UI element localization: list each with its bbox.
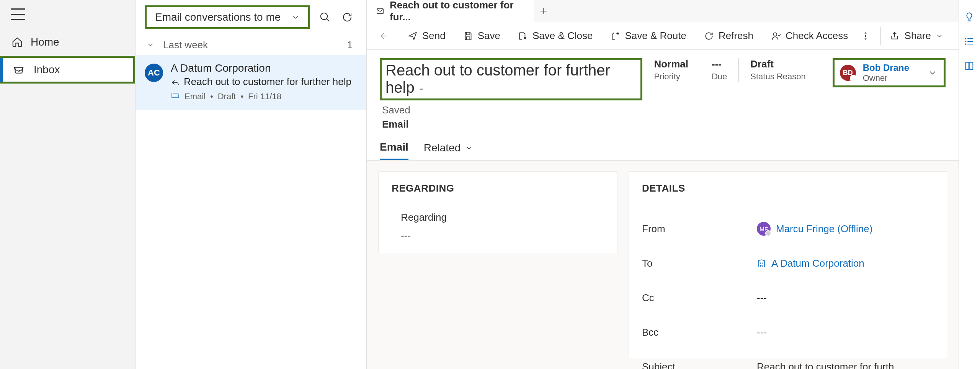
more-vertical-icon <box>861 31 870 41</box>
svg-point-4 <box>865 35 866 36</box>
form-body: REGARDING Regarding --- DETAILS From MF … <box>367 161 959 369</box>
owner-field[interactable]: BD Bob Drane Owner <box>833 58 946 87</box>
chevron-down-icon <box>465 144 473 152</box>
message-type: Email <box>185 92 206 102</box>
save-close-label: Save & Close <box>532 30 593 42</box>
message-from: A Datum Corporation <box>171 62 357 74</box>
mail-icon <box>376 7 384 16</box>
from-label: From <box>642 223 757 235</box>
nav-home[interactable]: Home <box>0 28 135 56</box>
header-due[interactable]: --- Due <box>700 58 738 82</box>
send-icon <box>408 31 418 41</box>
bcc-value: --- <box>757 326 767 338</box>
record-title-field[interactable]: Reach out to customer for further help - <box>380 58 642 100</box>
message-date: Fri 11/18 <box>248 92 281 102</box>
refresh-list-button[interactable] <box>340 10 354 25</box>
envelope-icon <box>171 91 180 102</box>
avatar: MF <box>757 222 771 236</box>
avatar: BD <box>840 65 856 81</box>
document-tabstrip: Reach out to customer for fur... <box>367 0 959 22</box>
message-item[interactable]: AC A Datum Corporation Reach out to cust… <box>136 55 366 110</box>
cc-value: --- <box>757 292 767 304</box>
to-label: To <box>642 257 757 269</box>
to-value: A Datum Corporation <box>771 257 864 269</box>
building-icon <box>757 259 766 268</box>
message-list-pane: Email conversations to me Last week 1 AC… <box>136 0 367 369</box>
row-from[interactable]: From MF Marcu Fringe (Offline) <box>642 212 934 246</box>
back-button[interactable] <box>374 27 392 45</box>
chevron-down-icon <box>146 41 155 49</box>
save-button[interactable]: Save <box>456 26 508 46</box>
save-route-icon <box>611 31 621 41</box>
list-group-header[interactable]: Last week 1 <box>136 34 366 55</box>
subject-label: Subject <box>642 361 757 369</box>
reply-icon <box>171 77 180 87</box>
svg-point-5 <box>865 38 866 39</box>
assistant-button[interactable] <box>964 11 975 23</box>
tab-email[interactable]: Email <box>380 141 408 160</box>
regarding-label: Regarding <box>401 212 604 223</box>
form-tabs: Email Related <box>367 134 959 161</box>
nav-home-label: Home <box>31 36 59 48</box>
task-pane-button[interactable] <box>964 36 975 48</box>
more-commands-button[interactable] <box>858 31 873 41</box>
save-close-icon <box>518 31 528 41</box>
share-label: Share <box>905 30 931 42</box>
list-group-label: Last week <box>163 39 208 51</box>
home-icon <box>11 36 23 48</box>
svg-point-6 <box>965 38 966 39</box>
chevron-down-icon <box>928 68 938 78</box>
share-button[interactable]: Share <box>880 26 951 46</box>
save-close-button[interactable]: Save & Close <box>510 26 601 46</box>
send-button[interactable]: Send <box>400 26 453 46</box>
record-header: Reach out to customer for further help -… <box>367 50 959 134</box>
hamburger-button[interactable] <box>11 8 25 20</box>
refresh-button[interactable]: Refresh <box>696 26 761 46</box>
inbox-icon <box>13 64 24 75</box>
header-priority-label: Priority <box>654 72 688 82</box>
details-header: DETAILS <box>642 182 934 194</box>
row-bcc[interactable]: Bcc --- <box>642 315 934 349</box>
record-saved-status: Saved <box>382 104 642 116</box>
send-label: Send <box>422 30 446 42</box>
search-button[interactable] <box>318 10 332 25</box>
main-pane: Reach out to customer for fur... Send Sa… <box>367 0 959 369</box>
svg-point-3 <box>865 33 866 34</box>
header-priority-value: Normal <box>654 58 688 70</box>
right-rail <box>959 0 980 369</box>
list-icon <box>964 36 975 47</box>
save-route-button[interactable]: Save & Route <box>603 26 694 46</box>
header-status[interactable]: Draft Status Reason <box>738 58 817 82</box>
document-tab-title: Reach out to customer for fur... <box>390 0 524 23</box>
header-priority[interactable]: Normal Priority <box>642 58 700 82</box>
svg-point-0 <box>321 13 328 20</box>
refresh-icon <box>704 31 714 41</box>
regarding-card: REGARDING Regarding --- <box>378 171 618 253</box>
chevron-down-icon <box>291 13 300 21</box>
tab-email-label: Email <box>380 141 408 153</box>
list-filter-dropdown[interactable]: Email conversations to me <box>145 5 310 29</box>
check-access-label: Check Access <box>786 30 848 42</box>
document-tab[interactable]: Reach out to customer for fur... <box>367 0 534 22</box>
owner-role: Owner <box>863 73 909 83</box>
search-icon <box>319 11 331 23</box>
add-tab-button[interactable] <box>534 0 554 22</box>
from-value: Marcu Fringe (Offline) <box>776 223 872 235</box>
svg-point-2 <box>774 33 777 36</box>
knowledge-pane-button[interactable] <box>964 61 975 72</box>
refresh-icon <box>341 11 353 23</box>
tab-related[interactable]: Related <box>424 141 473 160</box>
regarding-value[interactable]: --- <box>401 230 604 242</box>
cc-label: Cc <box>642 292 757 304</box>
check-access-button[interactable]: Check Access <box>763 26 856 46</box>
tab-related-label: Related <box>424 142 461 154</box>
row-cc[interactable]: Cc --- <box>642 280 934 315</box>
nav-inbox[interactable]: Inbox <box>0 56 135 84</box>
save-route-label: Save & Route <box>625 30 686 42</box>
owner-name: Bob Drane <box>863 62 909 73</box>
row-subject[interactable]: Subject Reach out to customer for furth … <box>642 349 934 369</box>
subject-value: Reach out to customer for furth ... <box>757 361 905 369</box>
regarding-header: REGARDING <box>392 182 604 194</box>
row-to[interactable]: To A Datum Corporation <box>642 246 934 280</box>
details-card: DETAILS From MF Marcu Fringe (Offline) T… <box>629 171 947 358</box>
